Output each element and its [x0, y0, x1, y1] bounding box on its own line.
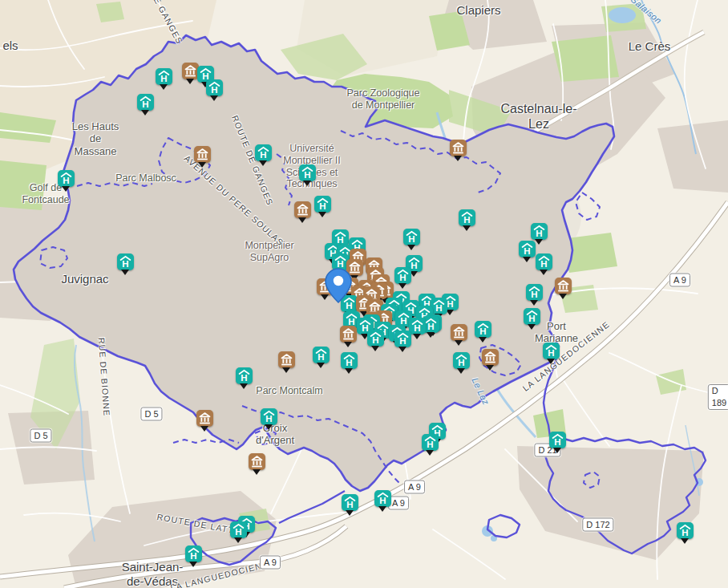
- monument-marker[interactable]: [294, 201, 311, 218]
- svg-text:H: H: [411, 261, 417, 270]
- hotel-marker[interactable]: H: [459, 209, 475, 226]
- svg-text:H: H: [211, 85, 217, 95]
- monument-marker[interactable]: [194, 146, 211, 163]
- hotel-marker[interactable]: H: [342, 494, 358, 511]
- hotel-marker[interactable]: H: [403, 229, 420, 245]
- monument-marker[interactable]: [482, 349, 499, 366]
- hotel-marker[interactable]: H: [185, 545, 202, 562]
- hotel-marker[interactable]: H: [230, 521, 247, 538]
- svg-text:H: H: [235, 527, 241, 537]
- svg-text:H: H: [479, 326, 486, 336]
- svg-text:H: H: [265, 414, 272, 424]
- monument-marker[interactable]: [278, 351, 295, 368]
- hotel-marker[interactable]: H: [549, 432, 566, 448]
- monument-marker[interactable]: [555, 278, 572, 294]
- hotel-marker[interactable]: H: [453, 352, 470, 369]
- hotel-marker[interactable]: H: [261, 408, 277, 425]
- hotel-marker[interactable]: H: [394, 267, 411, 284]
- svg-text:H: H: [554, 437, 560, 447]
- hotel-marker[interactable]: H: [526, 284, 543, 301]
- hotel-marker[interactable]: H: [677, 522, 694, 539]
- svg-text:H: H: [540, 259, 547, 269]
- svg-text:H: H: [528, 314, 535, 323]
- svg-text:H: H: [536, 229, 542, 238]
- monument-marker[interactable]: [196, 410, 213, 427]
- svg-text:H: H: [304, 170, 310, 180]
- svg-text:H: H: [190, 551, 196, 561]
- monument-marker[interactable]: [450, 140, 467, 156]
- svg-text:H: H: [458, 358, 464, 367]
- hotel-marker[interactable]: H: [313, 347, 330, 363]
- svg-text:H: H: [122, 259, 128, 269]
- svg-text:H: H: [379, 496, 386, 505]
- svg-text:H: H: [346, 358, 352, 367]
- svg-text:H: H: [435, 303, 442, 313]
- hotel-marker[interactable]: H: [524, 308, 540, 325]
- svg-text:H: H: [160, 74, 167, 83]
- svg-text:H: H: [548, 348, 554, 358]
- svg-text:H: H: [346, 500, 353, 509]
- hotel-marker[interactable]: H: [255, 144, 272, 161]
- hotel-marker[interactable]: H: [531, 223, 548, 240]
- svg-text:H: H: [463, 215, 470, 225]
- hotel-marker[interactable]: H: [543, 343, 560, 359]
- svg-text:H: H: [319, 201, 326, 211]
- monument-marker[interactable]: [340, 326, 357, 343]
- map-canvas[interactable]: ClapiersLe CrèsCastelnau-le- LezJuvignac…: [0, 0, 728, 588]
- svg-text:H: H: [531, 290, 537, 299]
- monument-marker[interactable]: [249, 453, 265, 470]
- svg-text:H: H: [241, 373, 247, 383]
- hotel-marker[interactable]: H: [374, 490, 391, 507]
- hotel-marker[interactable]: H: [431, 298, 447, 314]
- svg-text:H: H: [63, 176, 69, 185]
- svg-text:H: H: [524, 246, 530, 256]
- svg-text:H: H: [408, 234, 415, 244]
- hotel-marker[interactable]: H: [137, 94, 154, 111]
- monument-marker[interactable]: [182, 63, 199, 79]
- hotel-marker[interactable]: H: [394, 330, 411, 347]
- hotel-marker[interactable]: H: [409, 318, 426, 335]
- hotel-marker[interactable]: H: [519, 241, 536, 258]
- hotel-marker[interactable]: H: [475, 321, 491, 338]
- monument-marker[interactable]: [451, 324, 467, 341]
- hotel-marker[interactable]: H: [206, 79, 223, 96]
- hotel-marker[interactable]: H: [341, 352, 358, 369]
- hotel-marker[interactable]: H: [58, 170, 75, 187]
- svg-text:H: H: [427, 440, 433, 449]
- svg-text:H: H: [399, 336, 406, 346]
- svg-text:H: H: [427, 322, 434, 331]
- hotel-marker[interactable]: H: [536, 253, 552, 270]
- hotel-marker[interactable]: H: [367, 330, 384, 347]
- location-pin[interactable]: [324, 267, 353, 304]
- svg-text:H: H: [260, 150, 266, 160]
- hotel-marker[interactable]: H: [156, 68, 172, 85]
- hotel-marker[interactable]: H: [314, 196, 331, 213]
- hotel-marker[interactable]: H: [236, 367, 253, 384]
- svg-text:H: H: [372, 335, 378, 345]
- hotel-marker[interactable]: H: [422, 434, 439, 451]
- hotel-marker[interactable]: H: [299, 164, 316, 181]
- svg-text:H: H: [447, 299, 453, 309]
- svg-text:H: H: [681, 528, 688, 537]
- svg-text:H: H: [399, 273, 406, 282]
- svg-text:H: H: [142, 99, 148, 109]
- hotel-marker[interactable]: H: [117, 253, 134, 270]
- svg-text:H: H: [414, 323, 420, 333]
- svg-text:H: H: [317, 352, 324, 362]
